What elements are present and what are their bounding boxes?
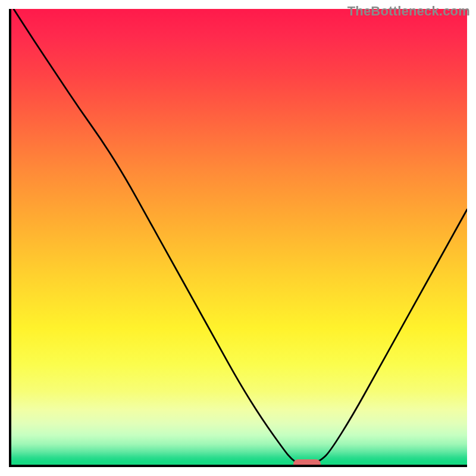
plot-area [9, 9, 467, 467]
watermark-text: TheBottleneck.com [347, 4, 470, 19]
bottleneck-curve [14, 9, 467, 464]
optimal-range-marker [293, 459, 321, 467]
chart-root: TheBottleneck.com [0, 0, 476, 476]
curve-svg [11, 9, 467, 465]
